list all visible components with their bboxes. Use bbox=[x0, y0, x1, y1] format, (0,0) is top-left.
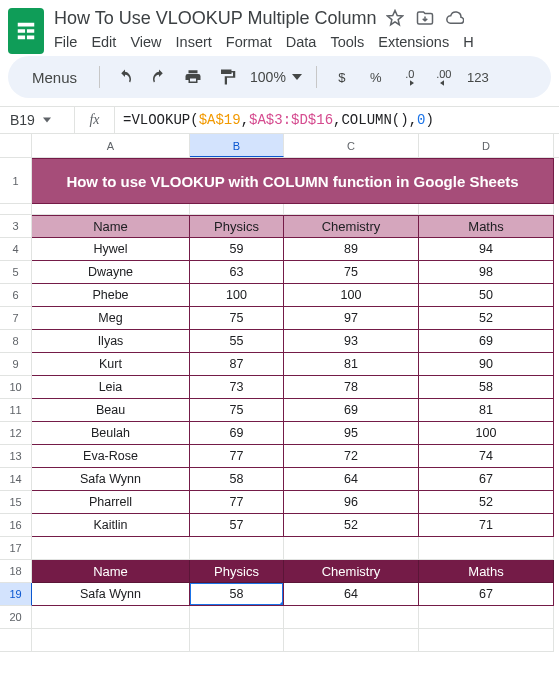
redo-button[interactable] bbox=[144, 62, 174, 92]
paint-format-button[interactable] bbox=[212, 62, 242, 92]
format-percent-button[interactable]: % bbox=[361, 62, 391, 92]
col-header[interactable]: A bbox=[32, 134, 190, 157]
table-cell[interactable]: 94 bbox=[419, 238, 554, 261]
row-header[interactable]: 8 bbox=[0, 330, 32, 353]
row-header-collapsed[interactable] bbox=[0, 204, 32, 215]
lookup-cell[interactable]: 64 bbox=[284, 583, 419, 606]
name-box[interactable]: B19 bbox=[0, 107, 75, 133]
table-cell[interactable]: 98 bbox=[419, 261, 554, 284]
row-header[interactable]: 4 bbox=[0, 238, 32, 261]
format-currency-button[interactable]: $ bbox=[327, 62, 357, 92]
select-all-corner[interactable] bbox=[0, 134, 32, 158]
table-cell[interactable]: 73 bbox=[190, 376, 284, 399]
lookup-header[interactable]: Chemistry bbox=[284, 560, 419, 583]
lookup-cell[interactable]: Safa Wynn bbox=[32, 583, 190, 606]
cloud-status-icon[interactable] bbox=[446, 9, 464, 27]
table-cell[interactable]: 71 bbox=[419, 514, 554, 537]
search-menus[interactable]: Menus bbox=[16, 62, 89, 92]
table-cell[interactable]: 69 bbox=[419, 330, 554, 353]
table-cell[interactable]: 55 bbox=[190, 330, 284, 353]
row-header-active[interactable]: 19 bbox=[0, 583, 32, 606]
menu-edit[interactable]: Edit bbox=[91, 34, 116, 50]
row-header[interactable]: 14 bbox=[0, 468, 32, 491]
table-cell[interactable]: 57 bbox=[190, 514, 284, 537]
lookup-header[interactable]: Name bbox=[32, 560, 190, 583]
table-cell[interactable]: 77 bbox=[190, 445, 284, 468]
lookup-header[interactable]: Physics bbox=[190, 560, 284, 583]
table-cell[interactable]: 81 bbox=[419, 399, 554, 422]
menu-file[interactable]: File bbox=[54, 34, 77, 50]
table-cell[interactable]: 58 bbox=[419, 376, 554, 399]
table-cell[interactable]: 75 bbox=[190, 307, 284, 330]
row-header[interactable]: 3 bbox=[0, 215, 32, 238]
table-cell[interactable]: Leia bbox=[32, 376, 190, 399]
increase-decimal-button[interactable]: .00 bbox=[429, 62, 459, 92]
table-cell[interactable]: Kurt bbox=[32, 353, 190, 376]
table-cell[interactable]: 90 bbox=[419, 353, 554, 376]
menu-insert[interactable]: Insert bbox=[176, 34, 212, 50]
menu-help[interactable]: H bbox=[463, 34, 473, 50]
table-cell[interactable]: Beau bbox=[32, 399, 190, 422]
table-cell[interactable]: 58 bbox=[190, 468, 284, 491]
table-cell[interactable]: 52 bbox=[419, 491, 554, 514]
table-cell[interactable]: Eva-Rose bbox=[32, 445, 190, 468]
menu-format[interactable]: Format bbox=[226, 34, 272, 50]
row-header[interactable]: 15 bbox=[0, 491, 32, 514]
menu-data[interactable]: Data bbox=[286, 34, 317, 50]
table-cell[interactable]: 63 bbox=[190, 261, 284, 284]
undo-button[interactable] bbox=[110, 62, 140, 92]
table-cell[interactable]: 93 bbox=[284, 330, 419, 353]
table-cell[interactable]: 72 bbox=[284, 445, 419, 468]
table-header[interactable]: Name bbox=[32, 215, 190, 238]
col-header-active[interactable]: B bbox=[190, 134, 284, 157]
table-cell[interactable]: 75 bbox=[284, 261, 419, 284]
col-header[interactable]: D bbox=[419, 134, 554, 157]
print-button[interactable] bbox=[178, 62, 208, 92]
star-icon[interactable] bbox=[386, 9, 404, 27]
decrease-decimal-button[interactable]: .0 bbox=[395, 62, 425, 92]
table-cell[interactable]: 95 bbox=[284, 422, 419, 445]
menu-view[interactable]: View bbox=[130, 34, 161, 50]
zoom-select[interactable]: 100% bbox=[246, 69, 306, 85]
table-cell[interactable]: 50 bbox=[419, 284, 554, 307]
row-header[interactable]: 17 bbox=[0, 537, 32, 560]
row-header[interactable]: 13 bbox=[0, 445, 32, 468]
table-cell[interactable]: 77 bbox=[190, 491, 284, 514]
col-header[interactable]: C bbox=[284, 134, 419, 157]
table-cell[interactable]: 59 bbox=[190, 238, 284, 261]
table-cell[interactable]: 97 bbox=[284, 307, 419, 330]
table-cell[interactable]: 100 bbox=[284, 284, 419, 307]
table-cell[interactable]: 69 bbox=[190, 422, 284, 445]
row-header[interactable]: 7 bbox=[0, 307, 32, 330]
table-cell[interactable]: 78 bbox=[284, 376, 419, 399]
table-cell[interactable]: 81 bbox=[284, 353, 419, 376]
table-cell[interactable]: 87 bbox=[190, 353, 284, 376]
row-header[interactable]: 9 bbox=[0, 353, 32, 376]
row-header[interactable]: 11 bbox=[0, 399, 32, 422]
lookup-header[interactable]: Maths bbox=[419, 560, 554, 583]
table-cell[interactable]: 96 bbox=[284, 491, 419, 514]
table-cell[interactable]: 69 bbox=[284, 399, 419, 422]
row-header[interactable]: 20 bbox=[0, 606, 32, 629]
table-header[interactable]: Maths bbox=[419, 215, 554, 238]
spreadsheet-grid[interactable]: 1 3 4 5 6 7 8 9 10 11 12 13 14 15 16 17 … bbox=[0, 134, 559, 652]
formula-bar[interactable]: =VLOOKUP($A$19,$A$3:$D$16,COLUMN(),0) bbox=[115, 112, 434, 128]
table-cell[interactable]: Meg bbox=[32, 307, 190, 330]
fx-icon[interactable]: fx bbox=[75, 107, 115, 133]
table-cell[interactable]: 67 bbox=[419, 468, 554, 491]
table-cell[interactable]: Ilyas bbox=[32, 330, 190, 353]
row-header[interactable]: 6 bbox=[0, 284, 32, 307]
row-header[interactable]: 18 bbox=[0, 560, 32, 583]
row-header[interactable]: 16 bbox=[0, 514, 32, 537]
table-cell[interactable]: 52 bbox=[419, 307, 554, 330]
table-cell[interactable]: Dwayne bbox=[32, 261, 190, 284]
table-cell[interactable]: 64 bbox=[284, 468, 419, 491]
row-header[interactable] bbox=[0, 629, 32, 652]
more-formats-button[interactable]: 123 bbox=[463, 62, 493, 92]
table-cell[interactable]: Pharrell bbox=[32, 491, 190, 514]
table-cell[interactable]: Phebe bbox=[32, 284, 190, 307]
table-cell[interactable]: 100 bbox=[419, 422, 554, 445]
table-cell[interactable]: 74 bbox=[419, 445, 554, 468]
row-header[interactable]: 1 bbox=[0, 158, 32, 204]
table-cell[interactable]: Safa Wynn bbox=[32, 468, 190, 491]
